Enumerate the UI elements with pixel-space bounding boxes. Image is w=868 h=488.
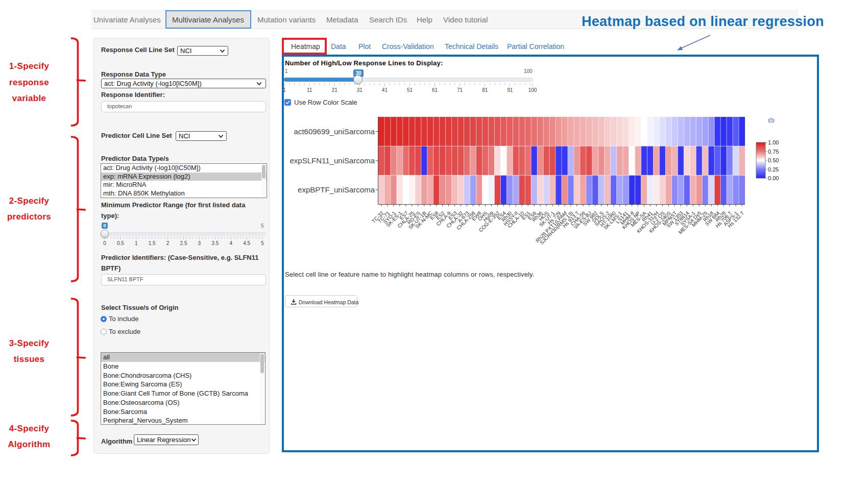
svg-text:1.5: 1.5 — [149, 240, 156, 246]
svg-text:4: 4 — [229, 240, 232, 246]
svg-text:act609699_uniSarcoma: act609699_uniSarcoma — [294, 127, 375, 136]
svg-text:21: 21 — [332, 87, 338, 93]
svg-text:100: 100 — [528, 87, 537, 93]
svg-text:81: 81 — [482, 87, 488, 93]
svg-text:2.5: 2.5 — [180, 240, 187, 246]
svg-text:11: 11 — [307, 87, 312, 93]
svg-text:3.5: 3.5 — [211, 240, 219, 246]
svg-text:91: 91 — [507, 87, 513, 93]
svg-text:31: 31 — [357, 87, 363, 93]
svg-text:41: 41 — [382, 87, 388, 93]
svg-text:3: 3 — [198, 240, 201, 246]
svg-text:0.50: 0.50 — [768, 157, 779, 163]
svg-text:1: 1 — [135, 240, 138, 246]
svg-text:4.5: 4.5 — [243, 240, 250, 246]
svg-text:0: 0 — [103, 240, 106, 246]
svg-text:expSLFN11_uniSarcoma: expSLFN11_uniSarcoma — [290, 156, 375, 165]
svg-text:0.5: 0.5 — [117, 240, 124, 246]
svg-text:61: 61 — [432, 87, 438, 93]
svg-text:5: 5 — [261, 240, 264, 246]
svg-text:0.25: 0.25 — [768, 166, 779, 173]
svg-text:0.00: 0.00 — [768, 175, 779, 181]
svg-text:51: 51 — [407, 87, 413, 93]
svg-text:1: 1 — [283, 87, 286, 93]
svg-text:0.75: 0.75 — [768, 149, 779, 155]
svg-text:71: 71 — [457, 87, 463, 93]
svg-text:2: 2 — [166, 240, 170, 246]
svg-text:1.00: 1.00 — [768, 139, 779, 145]
svg-text:expBPTF_uniSarcoma: expBPTF_uniSarcoma — [298, 185, 375, 194]
